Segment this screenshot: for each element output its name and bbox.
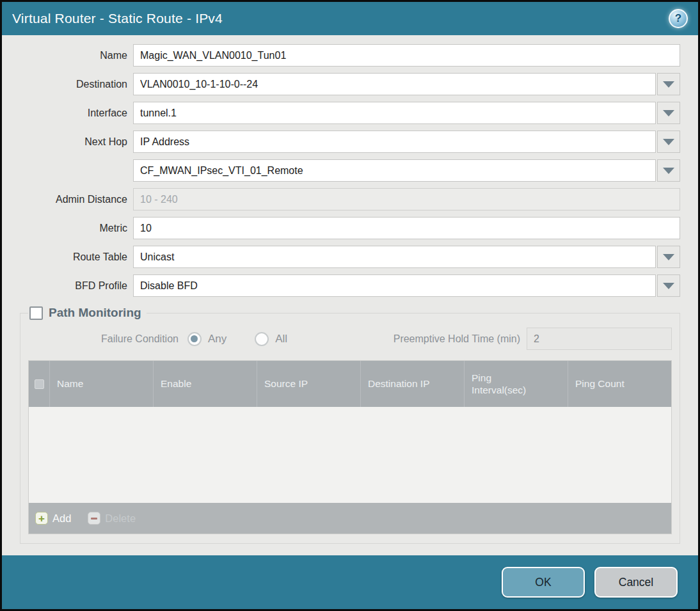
- table-header-select: [29, 361, 49, 407]
- failure-condition-any-label[interactable]: Any: [208, 333, 227, 345]
- route-table-dropdown-button[interactable]: [657, 246, 680, 268]
- route-table-input[interactable]: [133, 246, 656, 268]
- add-button-label: Add: [52, 512, 71, 525]
- name-input[interactable]: [133, 44, 680, 67]
- table-toolbar: + Add Delete: [29, 503, 671, 534]
- radio-dot-icon: [191, 335, 198, 342]
- path-monitoring-table: Name Enable Source IP Destination IP Pin…: [28, 360, 672, 534]
- failure-condition-all-radio[interactable]: [255, 332, 269, 346]
- next-hop-address-dropdown-button[interactable]: [657, 159, 680, 182]
- destination-input[interactable]: [133, 73, 656, 95]
- dialog-footer: OK Cancel: [2, 555, 698, 609]
- admin-distance-row: Admin Distance: [20, 188, 680, 210]
- admin-distance-input[interactable]: [133, 188, 680, 210]
- select-all-checkbox[interactable]: [35, 379, 44, 389]
- next-hop-row: Next Hop: [20, 131, 680, 153]
- interface-input[interactable]: [133, 102, 656, 124]
- dialog-titlebar: Virtual Router - Static Route - IPv4 ?: [2, 2, 698, 35]
- path-monitoring-legend: Path Monitoring: [28, 306, 147, 320]
- column-header-source-ip[interactable]: Source IP: [257, 361, 360, 407]
- bfd-profile-input[interactable]: [133, 274, 656, 297]
- dropdown-arrow-icon: [663, 110, 674, 116]
- metric-row: Metric: [20, 217, 680, 239]
- column-header-enable[interactable]: Enable: [153, 361, 257, 407]
- preemptive-hold-label: Preemptive Hold Time (min): [394, 333, 520, 345]
- interface-dropdown-button[interactable]: [657, 102, 680, 124]
- column-header-ping-interval[interactable]: Ping Interval(sec): [464, 361, 568, 407]
- next-hop-label: Next Hop: [20, 136, 133, 148]
- static-route-dialog: Virtual Router - Static Route - IPv4 ? N…: [0, 0, 700, 611]
- failure-condition-all-label[interactable]: All: [275, 333, 287, 345]
- metric-input[interactable]: [133, 217, 680, 239]
- column-header-name[interactable]: Name: [49, 361, 153, 407]
- interface-label: Interface: [20, 107, 133, 119]
- dropdown-arrow-icon: [663, 81, 674, 88]
- destination-row: Destination: [20, 73, 680, 95]
- name-label: Name: [20, 50, 133, 61]
- next-hop-dropdown-button[interactable]: [657, 131, 680, 153]
- dropdown-arrow-icon: [663, 283, 674, 289]
- dialog-title: Virtual Router - Static Route - IPv4: [12, 11, 223, 26]
- interface-row: Interface: [20, 102, 680, 124]
- failure-condition-label: Failure Condition: [101, 333, 179, 345]
- metric-label: Metric: [20, 223, 133, 234]
- dropdown-arrow-icon: [663, 168, 674, 174]
- destination-label: Destination: [20, 79, 133, 90]
- failure-condition-any-radio[interactable]: [187, 332, 202, 346]
- bfd-profile-dropdown-button[interactable]: [657, 274, 680, 297]
- name-row: Name: [20, 44, 680, 67]
- path-monitoring-section: Path Monitoring Failure Condition Any Al…: [20, 306, 680, 544]
- next-hop-address-input[interactable]: [133, 159, 656, 182]
- add-button[interactable]: + Add: [35, 512, 71, 525]
- ok-button[interactable]: OK: [502, 567, 585, 598]
- path-monitoring-title: Path Monitoring: [49, 306, 141, 320]
- next-hop-address-row: [20, 159, 680, 182]
- dropdown-arrow-icon: [663, 139, 674, 145]
- column-header-ping-count[interactable]: Ping Count: [568, 361, 671, 407]
- minus-icon: [88, 512, 100, 525]
- admin-distance-label: Admin Distance: [20, 194, 133, 205]
- help-icon[interactable]: ?: [669, 9, 688, 28]
- table-header-row: Name Enable Source IP Destination IP Pin…: [29, 361, 671, 407]
- delete-button[interactable]: Delete: [88, 512, 136, 525]
- route-table-label: Route Table: [20, 251, 133, 263]
- route-table-row: Route Table: [20, 246, 680, 268]
- preemptive-hold-input[interactable]: [527, 328, 672, 350]
- bfd-profile-label: BFD Profile: [20, 280, 133, 292]
- dropdown-arrow-icon: [663, 254, 674, 260]
- bfd-profile-row: BFD Profile: [20, 274, 680, 297]
- table-body-empty: [29, 407, 671, 503]
- plus-icon: +: [35, 512, 48, 525]
- destination-dropdown-button[interactable]: [657, 73, 680, 95]
- column-header-destination-ip[interactable]: Destination IP: [360, 361, 464, 407]
- cancel-button[interactable]: Cancel: [594, 567, 678, 598]
- path-monitoring-checkbox[interactable]: [29, 306, 43, 320]
- dialog-body: Name Destination Interface Next Hop: [2, 35, 698, 555]
- delete-button-label: Delete: [105, 512, 136, 525]
- failure-condition-row: Failure Condition Any All Preemptive Hol…: [28, 328, 672, 350]
- next-hop-type-input[interactable]: [133, 131, 656, 153]
